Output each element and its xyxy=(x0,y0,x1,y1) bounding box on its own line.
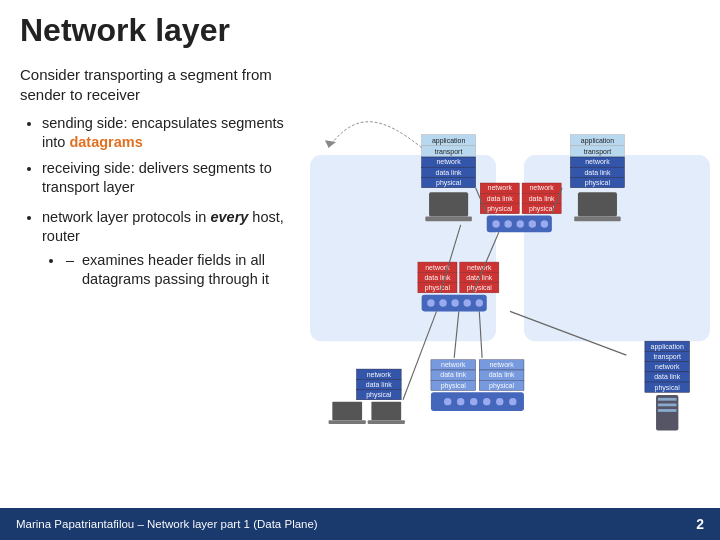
svg-rect-59 xyxy=(368,420,405,424)
svg-text:application: application xyxy=(432,137,465,145)
svg-point-77 xyxy=(496,398,503,405)
svg-text:physical: physical xyxy=(425,284,451,292)
svg-rect-81 xyxy=(570,146,624,157)
svg-text:application: application xyxy=(651,343,684,351)
svg-text:physical: physical xyxy=(436,179,462,187)
svg-rect-0 xyxy=(310,155,496,341)
svg-point-49 xyxy=(476,299,483,306)
svg-point-30 xyxy=(529,220,536,227)
bullet-3: network layer protocols in every host, r… xyxy=(42,208,300,290)
svg-rect-8 xyxy=(422,167,476,177)
svg-text:network: network xyxy=(441,361,466,368)
svg-point-48 xyxy=(463,299,470,306)
svg-rect-18 xyxy=(480,203,519,213)
svg-line-110 xyxy=(454,311,459,358)
footer-page-number: 2 xyxy=(696,516,704,532)
svg-point-46 xyxy=(439,299,446,306)
svg-rect-1 xyxy=(524,155,710,341)
svg-rect-66 xyxy=(479,360,524,370)
bullet-list-2: network layer protocols in every host, r… xyxy=(20,208,300,290)
svg-text:physical: physical xyxy=(487,205,513,213)
svg-text:data link: data link xyxy=(466,274,492,281)
sub-bullet-1: examines header fields in all datagrams … xyxy=(64,251,300,290)
svg-rect-91 xyxy=(645,341,690,351)
svg-text:physical: physical xyxy=(441,382,467,390)
svg-rect-12 xyxy=(429,192,468,216)
svg-rect-4 xyxy=(422,146,476,157)
svg-point-74 xyxy=(457,398,464,405)
svg-text:data link: data link xyxy=(440,371,466,378)
svg-rect-103 xyxy=(658,403,677,406)
svg-text:network: network xyxy=(467,264,492,271)
sub-bullets: examines header fields in all datagrams … xyxy=(42,251,300,290)
svg-rect-104 xyxy=(658,409,677,412)
svg-line-112 xyxy=(510,311,626,355)
right-panel: application transport network data link … xyxy=(310,65,710,515)
svg-text:physical: physical xyxy=(489,382,515,390)
svg-text:application: application xyxy=(581,137,614,145)
bullet-list: sending side: encapsulates segments into… xyxy=(20,114,300,198)
svg-rect-42 xyxy=(460,283,499,293)
svg-text:data link: data link xyxy=(529,195,555,202)
svg-rect-26 xyxy=(487,216,552,233)
svg-rect-32 xyxy=(418,262,457,272)
header: Network layer xyxy=(0,0,720,55)
svg-rect-56 xyxy=(332,402,362,421)
svg-rect-58 xyxy=(371,402,401,421)
svg-point-28 xyxy=(504,220,511,227)
svg-text:transport: transport xyxy=(653,353,681,361)
svg-rect-90 xyxy=(574,217,621,222)
bullet-1: sending side: encapsulates segments into… xyxy=(42,114,300,153)
highlight-datagrams: datagrams xyxy=(69,134,142,150)
svg-rect-13 xyxy=(425,217,472,222)
svg-rect-54 xyxy=(357,390,402,400)
svg-text:network: network xyxy=(529,184,554,191)
svg-rect-95 xyxy=(645,362,690,372)
svg-point-29 xyxy=(517,220,524,227)
svg-text:network: network xyxy=(585,158,610,165)
svg-text:network: network xyxy=(436,158,461,165)
svg-text:data link: data link xyxy=(487,195,513,202)
svg-rect-34 xyxy=(418,272,457,282)
svg-point-45 xyxy=(427,299,434,306)
svg-point-73 xyxy=(444,398,451,405)
svg-text:network: network xyxy=(655,363,680,370)
svg-rect-24 xyxy=(522,203,561,213)
svg-point-78 xyxy=(509,398,516,405)
svg-rect-97 xyxy=(645,372,690,382)
svg-rect-20 xyxy=(522,183,561,193)
svg-text:data link: data link xyxy=(489,371,515,378)
highlight-every: every xyxy=(210,209,248,225)
left-panel: Consider transporting a segment from sen… xyxy=(20,65,310,515)
svg-text:data link: data link xyxy=(436,169,462,176)
svg-text:physical: physical xyxy=(655,384,681,392)
svg-rect-87 xyxy=(570,177,624,187)
svg-text:physical: physical xyxy=(366,391,392,399)
svg-rect-6 xyxy=(422,157,476,167)
svg-rect-79 xyxy=(570,135,624,146)
svg-text:network: network xyxy=(367,371,392,378)
svg-text:data link: data link xyxy=(654,373,680,380)
footer-text: Marina Papatriantafilou – Network layer … xyxy=(16,518,318,530)
svg-line-108 xyxy=(473,232,499,292)
svg-point-27 xyxy=(492,220,499,227)
svg-text:data link: data link xyxy=(424,274,450,281)
svg-marker-113 xyxy=(325,140,336,147)
svg-rect-14 xyxy=(480,183,519,193)
page-title: Network layer xyxy=(20,12,700,49)
intro-text: Consider transporting a segment from sen… xyxy=(20,65,300,106)
page-container: Network layer Consider transporting a se… xyxy=(0,0,720,540)
svg-rect-57 xyxy=(329,420,366,424)
svg-rect-22 xyxy=(522,193,561,203)
svg-rect-38 xyxy=(460,262,499,272)
svg-point-75 xyxy=(470,398,477,405)
svg-rect-36 xyxy=(418,283,457,293)
main-content: Consider transporting a segment from sen… xyxy=(0,55,720,515)
svg-rect-83 xyxy=(570,157,624,167)
svg-text:network: network xyxy=(489,361,514,368)
svg-rect-10 xyxy=(422,177,476,187)
svg-rect-44 xyxy=(422,295,487,312)
svg-text:transport: transport xyxy=(584,148,612,156)
svg-rect-72 xyxy=(431,392,524,411)
svg-line-111 xyxy=(479,311,482,358)
